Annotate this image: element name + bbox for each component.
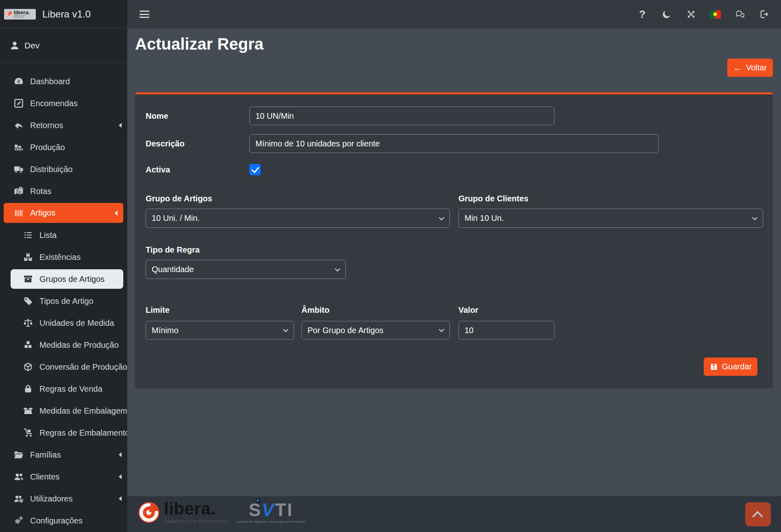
sidebar-item-configuracoes[interactable]: Configurações bbox=[0, 510, 127, 532]
grupo-clientes-value: Min 10 Un. bbox=[465, 214, 504, 223]
page: libera. plataforma de encomendas Libera … bbox=[0, 0, 781, 532]
activa-checkbox[interactable] bbox=[249, 164, 261, 175]
scroll-to-top-button[interactable] bbox=[745, 502, 771, 526]
hamburger-menu-icon[interactable] bbox=[140, 11, 149, 18]
sidebar-item-label: Existências bbox=[39, 253, 81, 262]
descricao-label: Descrição bbox=[146, 134, 185, 153]
sidebar-item-label: Regras de Embalamento bbox=[39, 428, 127, 438]
grupo-artigos-value: 10 Uni. / Min. bbox=[152, 214, 200, 223]
sidebar-item-familias[interactable]: Famílias bbox=[0, 444, 127, 466]
sidebar-item-medidas-de-embalagem[interactable]: Medidas de Embalagem bbox=[0, 400, 127, 422]
logo-text: libera. bbox=[14, 10, 34, 15]
tipo-regra-select[interactable]: Quantidade bbox=[146, 260, 346, 279]
sidebar-item-retornos[interactable]: Retornos bbox=[0, 114, 127, 136]
guardar-label: Guardar bbox=[722, 362, 752, 371]
dark-mode-moon-icon[interactable] bbox=[661, 9, 672, 20]
tipo-regra-label: Tipo de Regra bbox=[146, 245, 200, 255]
page-title: Actualizar Regra bbox=[135, 35, 264, 53]
chat-icon[interactable] bbox=[735, 9, 745, 20]
chevron-left-icon bbox=[119, 496, 122, 501]
chevron-left-icon bbox=[119, 123, 122, 128]
balance-scale-icon bbox=[23, 318, 35, 329]
limite-select[interactable]: Mínimo bbox=[146, 321, 294, 340]
sidebar-item-label: Rotas bbox=[30, 187, 51, 196]
language-flag-portugal[interactable] bbox=[710, 9, 721, 20]
sidebar-item-clientes[interactable]: Clientes bbox=[0, 466, 127, 488]
sidebar-item-unidades-de-medida[interactable]: Unidades de Medida bbox=[0, 312, 127, 334]
sidebar-item-label: Utilizadores bbox=[30, 494, 72, 504]
footer-libera-logo: libera. Plataforma de encomendas bbox=[137, 500, 229, 524]
chevron-left-icon bbox=[119, 474, 122, 479]
logo-tagline: plataforma de encomendas bbox=[14, 15, 34, 19]
main-content: Actualizar Regra ← Voltar Nome Descrição… bbox=[127, 28, 781, 496]
help-icon[interactable]: ? bbox=[637, 9, 648, 20]
logout-icon[interactable] bbox=[759, 9, 770, 20]
dashboard-icon bbox=[13, 76, 26, 87]
map-marker-icon bbox=[13, 186, 26, 197]
topbar: ? bbox=[127, 0, 781, 28]
dolly-icon bbox=[23, 427, 35, 438]
sidebar-nav: Dashboard Encomendas Retornos Produção D… bbox=[0, 70, 127, 532]
user-panel[interactable]: Dev bbox=[0, 28, 127, 63]
sidebar-item-distribuicao[interactable]: Distribuição bbox=[0, 158, 127, 180]
sidebar-item-tipos-de-artigo[interactable]: Tipos de Artigo bbox=[0, 290, 127, 312]
sidebar-item-producao[interactable]: Produção bbox=[0, 136, 127, 158]
brand-row[interactable]: libera. plataforma de encomendas Libera … bbox=[0, 0, 127, 28]
sidebar-item-regras-de-embalamento[interactable]: Regras de Embalamento bbox=[0, 422, 127, 444]
sidebar-item-label: Encomendas bbox=[30, 99, 78, 108]
voltar-button[interactable]: ← Voltar bbox=[727, 59, 773, 77]
sidebar-item-existencias[interactable]: Existências bbox=[0, 246, 127, 268]
cube-3d-icon bbox=[23, 362, 35, 373]
limite-label: Limite bbox=[146, 305, 170, 315]
lock-icon bbox=[23, 384, 35, 395]
sidebar-item-label: Tipos de Artigo bbox=[39, 297, 94, 306]
barcode-icon bbox=[13, 207, 26, 218]
guardar-button[interactable]: Guardar bbox=[704, 358, 757, 376]
cubes-icon bbox=[23, 340, 35, 351]
valor-input[interactable] bbox=[458, 321, 554, 340]
footer-svti-logo: SVTI soluções de vigilância e tecnologia… bbox=[237, 501, 305, 523]
libera-swirl-icon bbox=[137, 501, 161, 524]
nome-input[interactable] bbox=[249, 107, 554, 125]
libera-wordmark: libera. bbox=[164, 500, 229, 517]
grupo-clientes-label: Grupo de Clientes bbox=[458, 194, 528, 203]
sidebar-item-medidas-de-producao[interactable]: Medidas de Produção bbox=[0, 334, 127, 356]
fullscreen-icon[interactable] bbox=[686, 9, 696, 20]
user-icon bbox=[9, 40, 20, 51]
sidebar-item-conversao-de-producao[interactable]: Conversão de Produção bbox=[0, 356, 127, 378]
sidebar-item-label: Distribuição bbox=[30, 165, 72, 174]
sidebar-item-utilizadores[interactable]: Utilizadores bbox=[0, 488, 127, 510]
sidebar-item-encomendas[interactable]: Encomendas bbox=[0, 92, 127, 114]
conveyor-icon bbox=[13, 142, 26, 153]
chevron-down-icon bbox=[283, 327, 288, 332]
sidebar-item-lista[interactable]: Lista bbox=[0, 224, 127, 246]
users-icon bbox=[13, 471, 26, 482]
grupo-clientes-select[interactable]: Min 10 Un. bbox=[458, 209, 763, 228]
svti-wordmark: SVTI bbox=[249, 501, 294, 519]
sidebar-item-grupos-de-artigos[interactable]: Grupos de Artigos bbox=[11, 269, 123, 289]
voltar-label: Voltar bbox=[746, 63, 767, 72]
limite-value: Mínimo bbox=[152, 326, 179, 335]
svti-tagline: soluções de vigilância e tecnologias de … bbox=[237, 520, 305, 523]
sidebar-item-label: Produção bbox=[30, 143, 65, 152]
sidebar-item-artigos[interactable]: Artigos bbox=[4, 203, 123, 223]
reply-icon bbox=[13, 120, 26, 131]
grupo-artigos-select[interactable]: 10 Uni. / Min. bbox=[146, 209, 450, 228]
sidebar-item-label: Artigos bbox=[30, 208, 55, 218]
libera-tagline: Plataforma de encomendas bbox=[164, 518, 229, 524]
grupo-artigos-label: Grupo de Artigos bbox=[146, 194, 212, 203]
ambito-value: Por Grupo de Artigos bbox=[308, 326, 384, 335]
chevron-down-icon bbox=[335, 266, 340, 271]
back-arrow-icon: ← bbox=[733, 63, 742, 72]
svti-eye-icon bbox=[255, 498, 261, 504]
sidebar-item-dashboard[interactable]: Dashboard bbox=[0, 70, 127, 92]
footer: libera. Plataforma de encomendas SVTI so… bbox=[127, 496, 781, 532]
activa-label: Activa bbox=[146, 160, 170, 179]
ambito-select[interactable]: Por Grupo de Artigos bbox=[301, 321, 450, 340]
ambito-label: Âmbito bbox=[301, 305, 329, 315]
sidebar-item-rotas[interactable]: Rotas bbox=[0, 180, 127, 202]
form-card: Nome Descrição Activa Grupo de Artigos 1… bbox=[135, 92, 773, 388]
descricao-input[interactable] bbox=[249, 134, 659, 153]
sidebar-item-regras-de-venda[interactable]: Regras de Venda bbox=[0, 378, 127, 400]
users-gear-icon bbox=[13, 493, 26, 504]
